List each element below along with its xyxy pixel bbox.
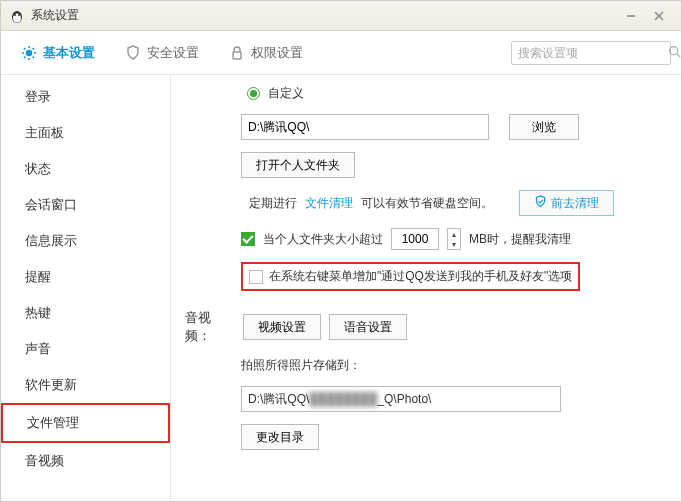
size-warn-suffix: MB时，提醒我清理 [469,231,571,248]
search-box[interactable] [511,41,671,65]
sidebar-item-status[interactable]: 状态 [1,151,170,187]
go-clean-button[interactable]: 前去清理 [519,190,614,216]
svg-line-10 [677,53,680,56]
size-warn-checkbox[interactable] [241,232,255,246]
tab-privacy[interactable]: 权限设置 [229,44,303,62]
photo-path-label: 拍照所得照片存储到： [241,357,361,374]
change-dir-button[interactable]: 更改目录 [241,424,319,450]
svg-rect-8 [233,52,241,59]
open-folder-button[interactable]: 打开个人文件夹 [241,152,355,178]
size-input[interactable] [391,228,439,250]
tab-security[interactable]: 安全设置 [125,44,199,62]
top-tabs: 基本设置 安全设置 权限设置 [1,31,681,75]
sidebar-item-login[interactable]: 登录 [1,79,170,115]
tab-basic-label: 基本设置 [43,44,95,62]
tab-security-label: 安全设置 [147,44,199,62]
photo-path-input[interactable]: D:\腾讯QQ\████████_Q\Photo\ [241,386,561,412]
svg-point-7 [27,50,32,55]
browse-button[interactable]: 浏览 [509,114,579,140]
context-menu-label: 在系统右键菜单增加"通过QQ发送到我的手机及好友"选项 [269,268,572,285]
sidebar-item-notify[interactable]: 提醒 [1,259,170,295]
sidebar-item-chat[interactable]: 会话窗口 [1,187,170,223]
sidebar-item-info[interactable]: 信息展示 [1,223,170,259]
search-input[interactable] [518,46,668,60]
minimize-button[interactable] [617,2,645,30]
window-title: 系统设置 [31,7,617,24]
svg-point-9 [670,46,678,54]
gear-icon [21,45,37,61]
size-warn-prefix: 当个人文件夹大小超过 [263,231,383,248]
cleanup-text-prefix: 定期进行 [249,195,297,212]
shield-check-icon [534,195,547,211]
sidebar: 登录 主面板 状态 会话窗口 信息展示 提醒 热键 声音 软件更新 文件管理 音… [1,75,171,502]
content-panel: 自定义 浏览 打开个人文件夹 定期进行文件清理可以有效节省硬盘空间。 前去清理 … [171,75,681,502]
custom-radio-label: 自定义 [268,85,304,102]
video-settings-button[interactable]: 视频设置 [243,314,321,340]
svg-point-2 [14,14,16,16]
cleanup-text-suffix: 可以有效节省硬盘空间。 [361,195,493,212]
av-section-label: 音视频： [185,309,235,345]
svg-point-3 [18,14,20,16]
shield-icon [125,45,141,61]
sidebar-item-hotkey[interactable]: 热键 [1,295,170,331]
chevron-up-icon[interactable]: ▲ [448,229,460,239]
voice-settings-button[interactable]: 语音设置 [329,314,407,340]
path-input[interactable] [241,114,489,140]
context-menu-option-box: 在系统右键菜单增加"通过QQ发送到我的手机及好友"选项 [241,262,580,291]
custom-radio[interactable] [247,87,260,100]
chevron-down-icon[interactable]: ▼ [448,239,460,249]
sidebar-item-mainpanel[interactable]: 主面板 [1,115,170,151]
sidebar-item-sound[interactable]: 声音 [1,331,170,367]
tab-privacy-label: 权限设置 [251,44,303,62]
titlebar: 系统设置 [1,1,681,31]
sidebar-item-av[interactable]: 音视频 [1,443,170,479]
tab-basic[interactable]: 基本设置 [21,44,95,62]
sidebar-item-update[interactable]: 软件更新 [1,367,170,403]
size-spinner[interactable]: ▲▼ [447,228,461,250]
app-icon [9,8,25,24]
file-cleanup-link[interactable]: 文件清理 [305,195,353,212]
sidebar-item-filemgr[interactable]: 文件管理 [1,403,170,443]
close-button[interactable] [645,2,673,30]
search-icon [668,44,681,62]
context-menu-checkbox[interactable] [249,270,263,284]
lock-icon [229,45,245,61]
